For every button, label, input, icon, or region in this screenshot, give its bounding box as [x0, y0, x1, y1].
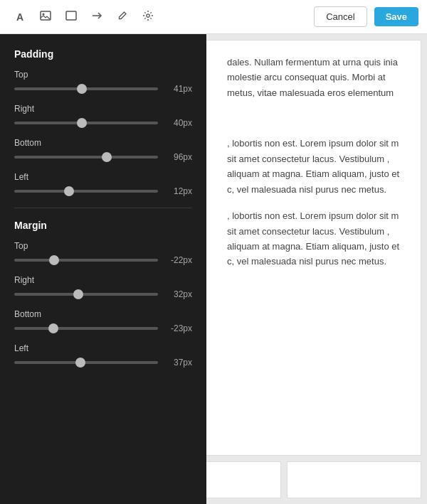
padding-left-value: 12px: [165, 186, 192, 196]
padding-title: Padding: [14, 48, 192, 60]
text-icon: A: [16, 11, 23, 23]
padding-bottom-slider[interactable]: [14, 156, 158, 159]
margin-top-slider[interactable]: [14, 259, 158, 262]
image-icon: [40, 11, 51, 23]
padding-bottom-row: Bottom 96px: [14, 138, 192, 162]
edit-icon-btn[interactable]: [111, 6, 134, 28]
content-para-3: , lobortis non est. Lorem ipsum dolor si…: [227, 208, 404, 269]
box-icon-btn[interactable]: [60, 6, 83, 28]
padding-right-value: 40px: [165, 118, 192, 128]
bottom-cell-3: [287, 461, 421, 498]
margin-left-row: Left 37px: [14, 343, 192, 368]
edit-icon: [117, 11, 127, 23]
image-icon-btn[interactable]: [34, 6, 57, 28]
arrow-icon-btn[interactable]: [85, 6, 108, 28]
section-divider: [14, 208, 192, 208]
margin-top-label: Top: [14, 241, 192, 251]
margin-right-row: Right 32px: [14, 275, 192, 299]
margin-bottom-label: Bottom: [14, 309, 192, 319]
padding-right-label: Right: [14, 104, 192, 114]
padding-top-label: Top: [14, 70, 192, 80]
margin-bottom-slider[interactable]: [14, 327, 158, 330]
padding-top-slider[interactable]: [14, 87, 158, 90]
margin-left-value: 37px: [165, 358, 192, 368]
svg-point-1: [43, 14, 45, 16]
main-area: dales. Nullam fermentum at urna quis ini…: [0, 34, 427, 504]
margin-right-label: Right: [14, 275, 192, 285]
arrow-icon: [91, 11, 102, 23]
padding-bottom-value: 96px: [165, 152, 192, 162]
padding-left-label: Left: [14, 172, 192, 182]
svg-point-4: [147, 14, 149, 17]
box-icon: [65, 11, 77, 23]
padding-left-slider[interactable]: [14, 190, 158, 193]
margin-right-slider[interactable]: [14, 293, 158, 296]
settings-icon-btn[interactable]: [137, 6, 159, 28]
padding-left-row: Left 12px: [14, 172, 192, 196]
margin-title: Margin: [14, 220, 192, 231]
content-para-1: dales. Nullam fermentum at urna quis ini…: [227, 55, 404, 100]
save-button[interactable]: Save: [374, 7, 418, 26]
margin-bottom-row: Bottom -23px: [14, 309, 192, 333]
toolbar: A: [0, 0, 427, 34]
settings-icon: [142, 10, 154, 23]
padding-right-row: Right 40px: [14, 104, 192, 128]
padding-section: Padding Top 41px Right 40px Bottom: [14, 48, 192, 196]
text-icon-btn[interactable]: A: [9, 6, 31, 28]
svg-rect-2: [66, 11, 76, 20]
margin-section: Margin Top -22px Right 32px Bottom: [14, 220, 192, 368]
padding-top-row: Top 41px: [14, 70, 192, 94]
margin-top-value: -22px: [165, 255, 192, 265]
padding-bottom-label: Bottom: [14, 138, 192, 148]
padding-top-value: 41px: [165, 84, 192, 94]
margin-left-label: Left: [14, 343, 192, 353]
padding-right-slider[interactable]: [14, 122, 158, 124]
margin-left-slider[interactable]: [14, 361, 158, 364]
cancel-button[interactable]: Cancel: [314, 6, 367, 27]
margin-top-row: Top -22px: [14, 241, 192, 265]
content-para-2: , lobortis non est. Lorem ipsum dolor si…: [227, 136, 404, 197]
panel: Padding Top 41px Right 40px Bottom: [0, 34, 206, 504]
margin-right-value: 32px: [165, 289, 192, 299]
margin-bottom-value: -23px: [165, 323, 192, 333]
